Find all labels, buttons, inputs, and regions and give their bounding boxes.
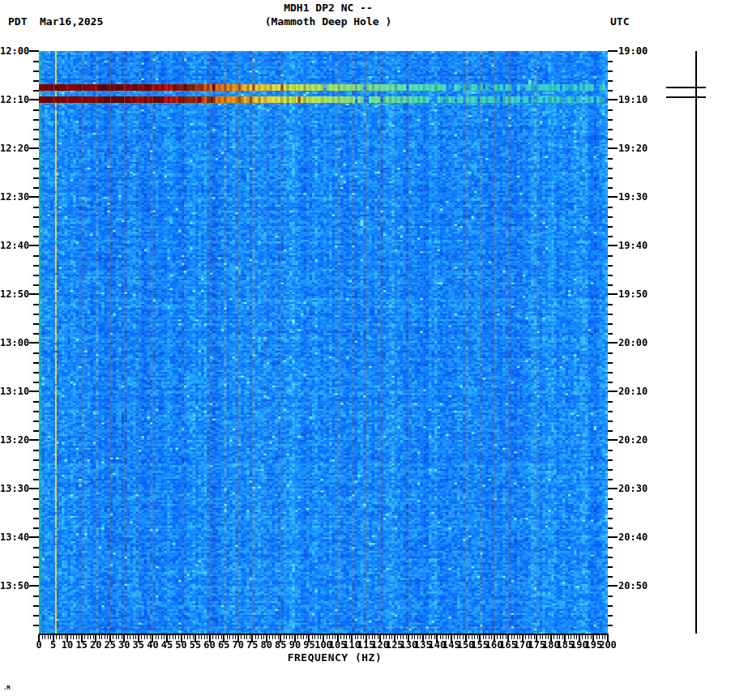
left-axis-minor-tick xyxy=(33,207,39,208)
right-axis-major-tick xyxy=(608,439,618,441)
left-axis-minor-tick xyxy=(33,605,39,607)
right-axis-major-tick xyxy=(608,585,618,587)
seismic-trace-line xyxy=(695,51,697,634)
left-axis-minor-tick xyxy=(33,275,39,276)
left-axis-minor-tick xyxy=(33,236,39,237)
right-axis-minor-tick xyxy=(608,498,613,500)
right-axis-major-tick xyxy=(608,147,618,149)
left-axis-minor-tick xyxy=(33,304,39,305)
left-axis-minor-tick xyxy=(33,430,39,432)
right-axis-minor-tick xyxy=(608,207,613,208)
right-axis-minor-tick xyxy=(608,119,613,121)
event-trace-mark xyxy=(666,96,706,98)
left-axis-minor-tick xyxy=(33,411,39,412)
right-axis-label: 19:20 xyxy=(618,142,657,155)
left-axis-minor-tick xyxy=(33,420,39,422)
right-axis-label: 20:40 xyxy=(618,531,657,544)
right-axis-minor-tick xyxy=(608,61,613,62)
right-axis-label: 19:50 xyxy=(618,288,657,301)
station-subtitle: (Mammoth Deep Hole ) xyxy=(0,15,656,28)
left-axis-major-tick xyxy=(29,245,39,246)
left-axis-major-tick xyxy=(29,342,39,344)
right-axis-minor-tick xyxy=(608,158,613,160)
right-axis-minor-tick xyxy=(608,70,613,72)
right-axis-minor-tick xyxy=(608,236,613,237)
right-axis-minor-tick xyxy=(608,576,613,578)
left-axis-minor-tick xyxy=(33,595,39,597)
left-axis-minor-tick xyxy=(33,168,39,169)
left-axis-minor-tick xyxy=(33,109,39,111)
right-axis-minor-tick xyxy=(608,168,613,169)
right-axis-minor-tick xyxy=(608,187,613,189)
left-axis-major-tick xyxy=(29,585,39,587)
left-axis-label: 12:40 xyxy=(0,239,28,252)
left-axis-label: 12:20 xyxy=(0,142,28,155)
right-axis-minor-tick xyxy=(608,275,613,276)
left-axis-minor-tick xyxy=(33,323,39,325)
left-axis-major-tick xyxy=(29,99,39,100)
left-axis-minor-tick xyxy=(33,129,39,130)
right-axis-label: 20:30 xyxy=(618,482,657,495)
right-axis-minor-tick xyxy=(608,304,613,305)
right-axis-minor-tick xyxy=(608,469,613,471)
right-axis-minor-tick xyxy=(608,479,613,480)
right-axis-minor-tick xyxy=(608,459,613,461)
left-axis-minor-tick xyxy=(33,139,39,140)
left-axis-label: 13:20 xyxy=(0,433,28,446)
right-axis-minor-tick xyxy=(608,284,613,286)
left-axis-label: 12:10 xyxy=(0,93,28,106)
right-axis-minor-tick xyxy=(608,216,613,218)
left-axis-label: 12:30 xyxy=(0,190,28,203)
right-axis-major-tick xyxy=(608,391,618,392)
left-axis-minor-tick xyxy=(33,70,39,72)
left-axis-minor-tick xyxy=(33,557,39,558)
right-axis-major-tick xyxy=(608,342,618,344)
left-axis-minor-tick xyxy=(33,284,39,286)
left-axis-minor-tick xyxy=(33,459,39,461)
left-axis-label: 13:30 xyxy=(0,482,28,495)
left-axis-major-tick xyxy=(29,293,39,295)
left-axis-label: 13:50 xyxy=(0,579,28,592)
left-axis-label: 13:00 xyxy=(0,336,28,349)
timezone-right-label: UTC xyxy=(610,15,629,28)
left-axis-minor-tick xyxy=(33,576,39,578)
right-axis-minor-tick xyxy=(608,265,613,267)
right-axis-minor-tick xyxy=(608,566,613,568)
left-axis-minor-tick xyxy=(33,372,39,373)
left-axis-minor-tick xyxy=(33,216,39,218)
right-axis-minor-tick xyxy=(608,382,613,383)
right-axis-minor-tick xyxy=(608,129,613,130)
right-axis-minor-tick xyxy=(608,362,613,364)
left-axis-minor-tick xyxy=(33,352,39,354)
right-axis-minor-tick xyxy=(608,80,613,82)
left-axis-minor-tick xyxy=(33,401,39,403)
right-axis-major-tick xyxy=(608,536,618,538)
right-axis-minor-tick xyxy=(608,255,613,257)
right-axis-label: 19:30 xyxy=(618,190,657,203)
right-axis-minor-tick xyxy=(608,615,613,617)
right-axis-minor-tick xyxy=(608,420,613,422)
right-axis-major-tick xyxy=(608,99,618,100)
left-axis-minor-tick xyxy=(33,625,39,626)
left-axis-minor-tick xyxy=(33,255,39,257)
right-axis-minor-tick xyxy=(608,226,613,228)
corner-mark: .M xyxy=(3,685,10,691)
right-axis-minor-tick xyxy=(608,527,613,529)
left-axis-minor-tick xyxy=(33,382,39,383)
left-axis-minor-tick xyxy=(33,508,39,510)
left-axis-major-tick xyxy=(29,536,39,538)
right-axis-label: 20:00 xyxy=(618,336,657,349)
left-axis-minor-tick xyxy=(33,479,39,480)
right-axis-minor-tick xyxy=(608,625,613,626)
left-axis-label: 12:50 xyxy=(0,288,28,301)
left-axis-minor-tick xyxy=(33,61,39,62)
left-axis-label: 12:00 xyxy=(0,45,28,58)
right-axis-minor-tick xyxy=(608,90,613,92)
right-axis-minor-tick xyxy=(608,401,613,403)
left-axis-minor-tick xyxy=(33,518,39,519)
left-axis-minor-tick xyxy=(33,527,39,529)
spectrogram-page: PDT Mar16,2025 MDH1 DP2 NC -- (Mammoth D… xyxy=(0,0,731,700)
right-axis-major-tick xyxy=(608,293,618,295)
left-axis-minor-tick xyxy=(33,547,39,548)
left-axis-minor-tick xyxy=(33,498,39,500)
